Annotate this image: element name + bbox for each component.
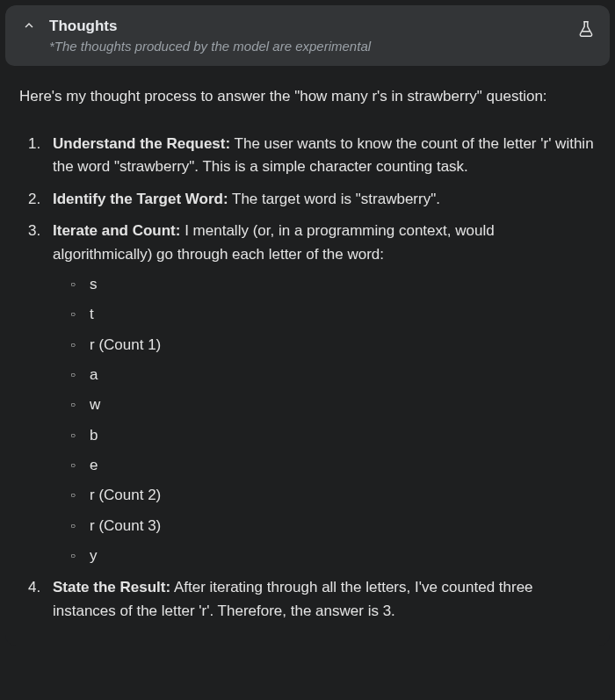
steps-list: Understand the Request: The user wants t… <box>19 133 596 623</box>
step-item: Iterate and Count: I mentally (or, in a … <box>53 220 596 567</box>
intro-text: Here's my thought process to answer the … <box>19 85 596 108</box>
list-item: y <box>90 545 596 567</box>
step-body: The target word is "strawberry". <box>228 191 440 207</box>
thoughts-subtitle: *The thoughts produced by the model are … <box>49 39 569 54</box>
list-item: s <box>90 273 596 296</box>
list-item: r (Count 3) <box>90 515 596 538</box>
step-title: Identify the Target Word: <box>53 191 228 207</box>
list-item: r (Count 1) <box>90 334 596 357</box>
list-item: r (Count 2) <box>90 484 596 507</box>
thoughts-header: Thoughts *The thoughts produced by the m… <box>5 5 610 66</box>
chevron-up-icon <box>21 18 37 37</box>
list-item: b <box>90 424 596 447</box>
letter-list: s t r (Count 1) a w b e r (Count 2) r (C… <box>53 273 596 567</box>
experimental-flask-icon <box>576 19 596 39</box>
thoughts-content: Here's my thought process to answer the … <box>5 66 610 646</box>
step-title: Understand the Request: <box>53 135 230 152</box>
list-item: w <box>90 393 596 416</box>
list-item: t <box>90 303 596 326</box>
step-item: Understand the Request: The user wants t… <box>53 133 596 179</box>
header-text: Thoughts *The thoughts produced by the m… <box>49 16 569 54</box>
step-item: State the Result: After iterating throug… <box>53 576 596 623</box>
thoughts-panel: Thoughts *The thoughts produced by the m… <box>5 5 610 646</box>
collapse-toggle[interactable] <box>19 18 39 37</box>
step-item: Identify the Target Word: The target wor… <box>53 188 596 211</box>
step-title: State the Result: <box>53 579 170 595</box>
list-item: a <box>90 364 596 386</box>
thoughts-title: Thoughts <box>49 16 569 37</box>
step-title: Iterate and Count: <box>53 222 180 239</box>
list-item: e <box>90 454 596 477</box>
